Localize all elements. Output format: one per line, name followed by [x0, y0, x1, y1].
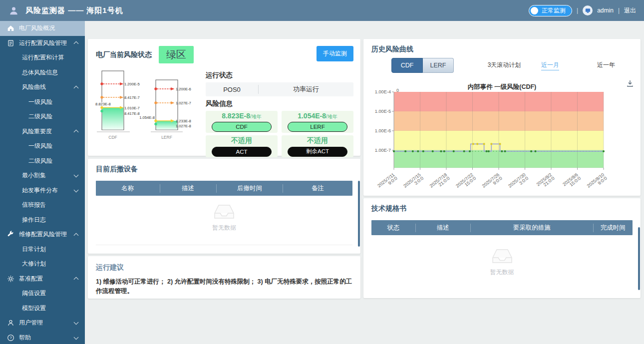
sidebar-item-6[interactable]: 一级风险 — [0, 95, 85, 110]
sidebar-item-label: 帮助 — [19, 334, 31, 342]
x-tick-label: 2025/8/109:0:0 — [586, 172, 608, 192]
sidebar-item-1[interactable]: 电厂风险概况 — [0, 21, 85, 36]
x-tick-label: 2025/8/615:0:0 — [562, 172, 582, 191]
sidebar-nav: 电厂风险概况运行配置风险管理运行配置和计算总体风险信息风险曲线一级风险二级风险风… — [0, 21, 85, 344]
risk-pill-CDF[interactable]: CDF — [212, 122, 272, 132]
range-3day-option[interactable]: 3天滚动计划 — [474, 61, 534, 69]
user-avatar[interactable] — [583, 5, 593, 15]
data-point — [453, 150, 455, 152]
y-tick-label: 1.00E-5 — [375, 109, 391, 114]
wrench-icon — [7, 231, 14, 238]
sidebar-item-label: 最小割集 — [22, 171, 46, 180]
risk-card-value: 1.054E-8/堆年 — [298, 112, 337, 120]
lerf-current-value: 1.054E-8 — [139, 115, 155, 120]
y-tick-label: 1.00E-4 — [375, 89, 391, 94]
tech-spec-table-header: 状态描述要采取的措施完成时间 — [371, 220, 633, 235]
monitor-status-toggle[interactable]: 正常监测 — [529, 5, 572, 16]
svg-text:?: ? — [9, 336, 11, 340]
app-title: 风险监测器 —— 海阳1号机 — [25, 6, 123, 15]
sidebar-item-label: 操作日志 — [22, 216, 46, 224]
rollback-panel-title: 目前后撤设备 — [96, 165, 138, 174]
data-point — [501, 150, 503, 152]
logout-link[interactable]: 退出 — [624, 6, 636, 15]
sidebar-item-14[interactable]: 操作日志 — [0, 213, 85, 228]
data-point — [486, 150, 488, 152]
sidebar-item-7[interactable]: 二级风险 — [0, 109, 85, 124]
sidebar-item-12[interactable]: 始发事件分布 — [0, 183, 85, 198]
tech-spec-scrollbar[interactable] — [638, 227, 640, 290]
sidebar-item-22[interactable]: ?帮助 — [0, 331, 85, 344]
toggle-lerf-button[interactable]: LERF — [423, 58, 454, 73]
sidebar-item-10[interactable]: 二级风险 — [0, 154, 85, 169]
sidebar-item-label: 一级风险 — [28, 98, 52, 106]
sidebar-item-13[interactable]: 值班报告 — [0, 198, 85, 213]
sidebar-item-label: 运行配置风险管理 — [19, 39, 67, 47]
sidebar-item-label: 值班报告 — [22, 201, 46, 209]
sidebar-item-9[interactable]: 一级风险 — [0, 139, 85, 154]
sidebar-item-15[interactable]: 维修配置风险管理 — [0, 227, 85, 242]
sidebar-item-11[interactable]: 最小割集 — [0, 168, 85, 183]
column-header-2: 描述 — [160, 184, 217, 193]
sidebar-item-17[interactable]: 大修计划 — [0, 257, 85, 272]
operating-status-heading: 运行状态 — [206, 71, 353, 80]
sidebar-item-19[interactable]: 阈值设置 — [0, 286, 85, 301]
y-tick-label: 1.00E-7 — [375, 148, 391, 153]
manual-monitor-button[interactable]: 手动监测 — [317, 46, 353, 61]
sidebar-item-2[interactable]: 运行配置风险管理 — [0, 36, 85, 51]
rollback-empty-state: 暂无数据 — [88, 203, 360, 232]
sidebar-item-5[interactable]: 风险曲线 — [0, 80, 85, 95]
operating-mode: 功率运行 — [259, 85, 353, 94]
risk-status-label: 电厂当前风险状态 — [96, 50, 152, 59]
app-header: 风险监测器 —— 海阳1号机 正常监测 | admin | 退出 — [0, 0, 644, 21]
monitor-status-label: 正常监测 — [542, 6, 566, 15]
data-point — [393, 150, 395, 152]
sidebar-item-4[interactable]: 总体风险信息 — [0, 65, 85, 80]
rollback-empty-text: 暂无数据 — [212, 224, 236, 232]
pos-value: POS0 — [206, 86, 258, 93]
rollback-bottom-divider — [96, 245, 352, 245]
data-point — [422, 150, 424, 152]
sidebar-item-label: 风险曲线 — [22, 83, 46, 91]
risk-card-LERF: 1.054E-8/堆年LERF — [282, 111, 353, 133]
sidebar-item-16[interactable]: 日常计划 — [0, 242, 85, 257]
cdf-green-threshold: 8.417E-8 — [124, 111, 140, 116]
y-axis-zero-label: 0 — [396, 89, 399, 93]
risk-card-剩余ACT: 不适用剩余ACT — [282, 135, 353, 157]
range-month-option[interactable]: 近一月 — [541, 61, 559, 70]
risk-monitor-app: 风险监测器 —— 海阳1号机 正常监测 | admin | 退出 电厂风险概况运… — [0, 0, 644, 344]
suggestion-title: 运行建议 — [96, 263, 124, 272]
sidebar-item-8[interactable]: 风险重要度 — [0, 124, 85, 139]
toggle-knob — [531, 7, 538, 14]
username[interactable]: admin — [597, 7, 614, 14]
sidebar-item-20[interactable]: 模型设置 — [0, 301, 85, 316]
risk-pill-ACT[interactable]: ACT — [212, 147, 272, 157]
risk-card-value: 不适用 — [307, 136, 328, 145]
data-point — [412, 150, 414, 152]
sidebar-item-label: 模型设置 — [22, 304, 46, 313]
data-point — [483, 143, 485, 145]
risk-pill-LERF[interactable]: LERF — [288, 122, 347, 132]
y-tick-label: 1.00E-6 — [375, 128, 391, 133]
data-point — [476, 143, 478, 145]
data-point — [472, 143, 474, 145]
sidebar-item-label: 运行配置和计算 — [22, 53, 64, 62]
sidebar-item-21[interactable]: 用户管理 — [0, 316, 85, 331]
data-point — [534, 150, 536, 152]
range-year-option[interactable]: 近一年 — [597, 61, 615, 69]
data-point — [417, 150, 419, 152]
x-tick-label: 2025/7/303:0:0 — [507, 172, 529, 192]
header-divider: | — [577, 7, 578, 14]
toggle-cdf-button[interactable]: CDF — [391, 58, 423, 73]
sidebar-item-18[interactable]: 基准配置 — [0, 272, 85, 287]
rollback-scrollbar[interactable] — [358, 181, 360, 247]
column-header-3: 后撤时间 — [217, 184, 284, 193]
lerf-green-threshold: 1.027E-8 — [176, 124, 191, 128]
risk-pill-剩余ACT[interactable]: 剩余ACT — [288, 147, 347, 157]
data-point — [432, 150, 434, 152]
sidebar-item-3[interactable]: 运行配置和计算 — [0, 50, 85, 65]
x-tick-label: 2025/8/221:0:0 — [536, 172, 556, 191]
chart-controls: CDF LERF 3天滚动计划 近一月 近一年 — [363, 58, 641, 73]
x-tick-label: 2025/7/2215:0:0 — [455, 172, 477, 192]
risk-card-unit: /堆年 — [326, 114, 337, 119]
data-point — [488, 150, 490, 152]
